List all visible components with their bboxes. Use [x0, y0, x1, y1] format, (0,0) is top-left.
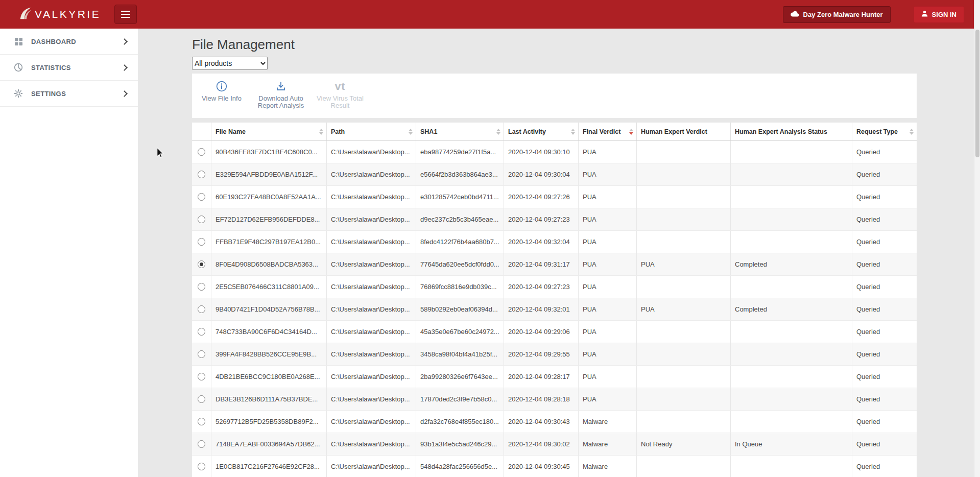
cell-human-expert-verdict: [637, 231, 731, 253]
table-row[interactable]: 2E5C5EB076466C311C8801A09... C:\Users\al…: [192, 276, 917, 298]
cell-human-expert-verdict: Not Ready: [637, 433, 731, 455]
table-row[interactable]: 748C733BA90C6F6D4C34164D... C:\Users\ala…: [192, 321, 917, 343]
cell-sha1: 77645da620ee5dcf0fdd0...: [416, 253, 504, 275]
row-radio[interactable]: [198, 350, 205, 358]
table-row[interactable]: 4DB21BE6BCC9C180BE0A268E... C:\Users\ala…: [192, 366, 917, 388]
table-row[interactable]: 399FA4F8428BB526CCE95E9B... C:\Users\ala…: [192, 343, 917, 366]
cell-human-expert-analysis-status: Completed: [731, 253, 852, 275]
cell-sha1: 93b1a3f4e5c5ad246c29...: [416, 433, 504, 455]
table-row[interactable]: EF72D127D62EFB956DEFDDE8... C:\Users\ala…: [192, 208, 917, 231]
vertical-scrollbar[interactable]: [974, 0, 980, 477]
cell-human-expert-analysis-status: [731, 321, 852, 343]
row-radio[interactable]: [198, 440, 205, 448]
day-zero-malware-hunter-button[interactable]: Day Zero Malware Hunter: [783, 6, 891, 23]
cell-path: C:\Users\alawar\Desktop...: [327, 208, 416, 230]
row-radio[interactable]: [198, 463, 205, 470]
cell-human-expert-verdict: [637, 456, 731, 477]
cell-request-type: Queried: [852, 141, 917, 163]
column-header-request-type[interactable]: Request Type: [852, 123, 917, 140]
table-row[interactable]: 1E0CB817C216F27646E92CF28... C:\Users\al…: [192, 456, 917, 477]
menu-toggle-button[interactable]: [114, 5, 137, 24]
view-virustotal-button[interactable]: vt View Virus Total Result: [310, 74, 370, 109]
download-auto-report-button[interactable]: Download Auto Report Analysis: [251, 74, 310, 109]
sidebar-item-label: DASHBOARD: [31, 38, 122, 45]
column-header-sha1[interactable]: SHA1: [416, 123, 504, 140]
cell-sha1: 2ba99280326e6f7643ee...: [416, 366, 504, 388]
row-radio[interactable]: [198, 373, 205, 380]
cell-human-expert-analysis-status: [731, 343, 852, 365]
table-row[interactable]: 7148EA7EABF0033694A57DB62... C:\Users\al…: [192, 433, 917, 456]
cell-request-type: Queried: [852, 343, 917, 365]
cell-file-name: EF72D127D62EFB956DEFDDE8...: [211, 208, 327, 230]
scrollbar-thumb[interactable]: [975, 30, 979, 157]
row-radio[interactable]: [198, 328, 205, 336]
cell-file-name: FFBB71E9F48C297B197EA12B0...: [211, 231, 327, 253]
cell-final-verdict: Malware: [579, 411, 637, 433]
row-radio[interactable]: [198, 148, 205, 156]
cell-path: C:\Users\alawar\Desktop...: [327, 411, 416, 433]
view-file-info-button[interactable]: View File Info: [192, 74, 251, 102]
cell-human-expert-verdict: [637, 366, 731, 388]
table-row[interactable]: FFBB71E9F48C297B197EA12B0... C:\Users\al…: [192, 231, 917, 253]
column-header-path[interactable]: Path: [327, 123, 416, 140]
cell-human-expert-analysis-status: In Queue: [731, 433, 852, 455]
cell-last-activity: 2020-12-04 09:32:01: [504, 298, 579, 320]
table-row[interactable]: DB3E3B126B6D111A75B37BDE... C:\Users\ala…: [192, 388, 917, 411]
cell-final-verdict: PUA: [579, 298, 637, 320]
cell-path: C:\Users\alawar\Desktop...: [327, 388, 416, 410]
cell-final-verdict: PUA: [579, 321, 637, 343]
cell-request-type: Queried: [852, 321, 917, 343]
sign-in-button[interactable]: SIGN IN: [914, 6, 964, 23]
cell-final-verdict: PUA: [579, 208, 637, 230]
column-header-final-verdict[interactable]: Final Verdict: [579, 123, 637, 140]
product-filter-select[interactable]: All products: [192, 57, 268, 70]
table-row[interactable]: 60E193C27FA48BC0A8F52AA1A... C:\Users\al…: [192, 186, 917, 208]
sidebar-item-dashboard[interactable]: DASHBOARD: [0, 29, 138, 55]
cell-last-activity: 2020-12-04 09:27:23: [504, 276, 579, 298]
cell-file-name: 2E5C5EB076466C311C8801A09...: [211, 276, 327, 298]
row-radio[interactable]: [198, 260, 205, 268]
cell-human-expert-verdict: [637, 276, 731, 298]
row-radio[interactable]: [198, 238, 205, 246]
column-header-file-name[interactable]: File Name: [211, 123, 327, 140]
row-radio[interactable]: [198, 418, 205, 425]
cell-human-expert-analysis-status: [731, 231, 852, 253]
cell-file-name: 399FA4F8428BB526CCE95E9B...: [211, 343, 327, 365]
cell-sha1: 548d4a28fac256656d5e...: [416, 456, 504, 477]
cell-request-type: Queried: [852, 298, 917, 320]
sort-icon: [496, 129, 500, 135]
cell-sha1: 3458ca98f04bf4a41b25f...: [416, 343, 504, 365]
cell-final-verdict: Malware: [579, 456, 637, 477]
cell-human-expert-verdict: [637, 186, 731, 208]
user-icon: [921, 10, 928, 18]
cell-last-activity: 2020-12-04 09:30:45: [504, 456, 579, 477]
table-row[interactable]: 90B436FE83F7DC1BF4C608C0... C:\Users\ala…: [192, 141, 917, 163]
sidebar-item-statistics[interactable]: STATISTICS: [0, 55, 138, 81]
cell-human-expert-analysis-status: [731, 276, 852, 298]
cell-select: [192, 343, 211, 365]
column-header-last-activity[interactable]: Last Activity: [504, 123, 579, 140]
cell-human-expert-analysis-status: [731, 388, 852, 410]
column-header-human-expert-verdict[interactable]: Human Expert Verdict: [637, 123, 731, 140]
cell-sha1: e5664f2b3d363b864ae3...: [416, 163, 504, 185]
cell-last-activity: 2020-12-04 09:29:06: [504, 321, 579, 343]
column-header-human-expert-analysis-status[interactable]: Human Expert Analysis Status: [731, 123, 852, 140]
cell-human-expert-verdict: [637, 163, 731, 185]
cell-request-type: Queried: [852, 456, 917, 477]
cell-last-activity: 2020-12-04 09:30:43: [504, 411, 579, 433]
sidebar-item-settings[interactable]: SETTINGS: [0, 81, 138, 107]
table-row[interactable]: 52697712B5FD25B5358DB89F2... C:\Users\al…: [192, 411, 917, 433]
row-radio[interactable]: [198, 395, 205, 403]
cell-sha1: eba98774259de27f1f5a...: [416, 141, 504, 163]
row-radio[interactable]: [198, 283, 205, 291]
row-radio[interactable]: [198, 216, 205, 223]
cell-final-verdict: PUA: [579, 388, 637, 410]
row-radio[interactable]: [198, 305, 205, 313]
row-radio[interactable]: [198, 171, 205, 178]
table-row[interactable]: 8F0E4D908D6508BADCBA5363... C:\Users\ala…: [192, 253, 917, 276]
row-radio[interactable]: [198, 193, 205, 201]
cell-human-expert-verdict: [637, 411, 731, 433]
table-row[interactable]: 9B40D7421F1D04D52A756B78B... C:\Users\al…: [192, 298, 917, 321]
table-row[interactable]: E329E594AFBDD9E0ABA1512F... C:\Users\ala…: [192, 163, 917, 186]
sidebar-item-label: STATISTICS: [31, 64, 122, 71]
